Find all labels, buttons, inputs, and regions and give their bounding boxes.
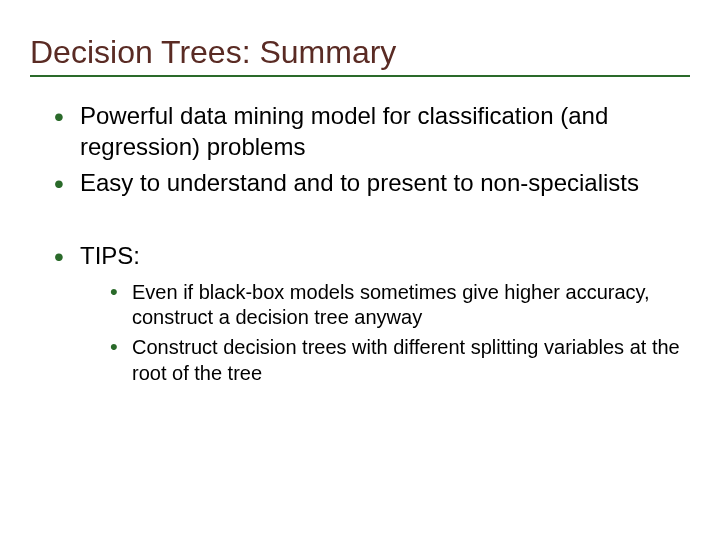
tips-sublist: Even if black-box models sometimes give … [80, 280, 690, 386]
slide-title: Decision Trees: Summary [30, 34, 690, 71]
tips-heading: TIPS: Even if black-box models sometimes… [48, 241, 690, 386]
tips-item: Even if black-box models sometimes give … [106, 280, 690, 331]
title-underline [30, 75, 690, 77]
bullet-item: Powerful data mining model for classific… [48, 101, 690, 162]
slide: Decision Trees: Summary Powerful data mi… [0, 0, 720, 540]
tips-list: TIPS: Even if black-box models sometimes… [30, 241, 690, 386]
bullet-item: Easy to understand and to present to non… [48, 168, 690, 199]
bullet-list: Powerful data mining model for classific… [30, 101, 690, 199]
tips-item: Construct decision trees with different … [106, 335, 690, 386]
spacer [30, 205, 690, 241]
tips-label: TIPS: [80, 242, 140, 269]
